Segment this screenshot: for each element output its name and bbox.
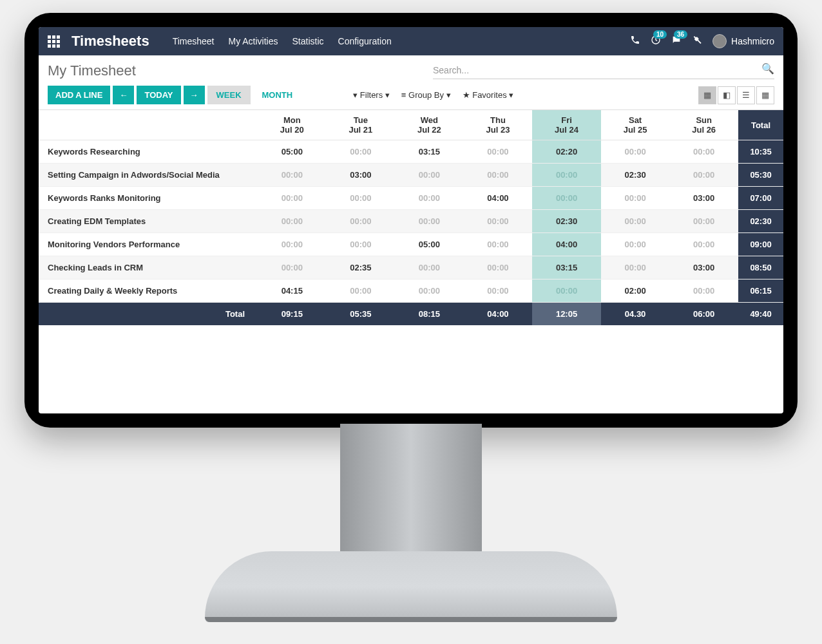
time-cell[interactable]: 00:00	[601, 210, 670, 233]
time-cell[interactable]: 04:00	[532, 233, 601, 256]
time-cell[interactable]: 00:00	[669, 140, 738, 164]
time-cell[interactable]: 00:00	[669, 279, 738, 303]
nav-configuration[interactable]: Configuration	[338, 36, 392, 46]
time-cell[interactable]: 00:00	[258, 210, 327, 233]
view-kanban-icon[interactable]: ◧	[718, 86, 736, 104]
time-cell[interactable]: 05:00	[258, 140, 327, 164]
period-month[interactable]: MONTH	[253, 86, 302, 104]
time-cell[interactable]: 00:00	[532, 164, 601, 187]
favorites-dropdown[interactable]: ★ Favorites ▾	[463, 90, 514, 100]
time-cell[interactable]: 02:35	[327, 256, 396, 279]
user-name: Hashmicro	[731, 36, 774, 46]
time-cell[interactable]: 00:00	[395, 210, 464, 233]
nav-statistic[interactable]: Statistic	[292, 36, 324, 46]
row-total: 06:15	[738, 279, 783, 303]
time-cell[interactable]: 00:00	[327, 279, 396, 303]
view-calendar-icon[interactable]: ▦	[756, 86, 774, 104]
time-cell[interactable]: 02:20	[532, 140, 601, 164]
tools-icon[interactable]	[692, 35, 702, 48]
time-cell[interactable]: 04:00	[464, 187, 533, 210]
time-cell[interactable]: 00:00	[327, 187, 396, 210]
footer-total: 08:15	[395, 303, 464, 326]
search-icon[interactable]: 🔍	[761, 62, 774, 75]
time-cell[interactable]: 02:30	[601, 164, 670, 187]
table-row[interactable]: Setting Campaign in Adwords/Social Media…	[39, 164, 783, 187]
task-name: Creating EDM Templates	[39, 210, 258, 233]
today-button[interactable]: TODAY	[137, 86, 180, 104]
time-cell[interactable]: 03:15	[395, 140, 464, 164]
add-line-button[interactable]: ADD A LINE	[48, 86, 110, 104]
time-cell[interactable]: 02:30	[532, 210, 601, 233]
time-cell[interactable]: 00:00	[258, 164, 327, 187]
time-cell[interactable]: 00:00	[464, 164, 533, 187]
top-navbar: Timesheets Timesheet My Activities Stati…	[39, 27, 783, 55]
groupby-dropdown[interactable]: ≡ Group By ▾	[401, 90, 451, 100]
time-cell[interactable]: 00:00	[464, 140, 533, 164]
table-row[interactable]: Creating Daily & Weekly Reports04:1500:0…	[39, 279, 783, 303]
next-button[interactable]: →	[184, 86, 205, 104]
view-grid-icon[interactable]: ▦	[698, 86, 716, 104]
control-bar: My Timesheet 🔍 ADD A LINE ← TODAY → WEEK…	[39, 55, 783, 110]
time-cell[interactable]: 00:00	[395, 256, 464, 279]
time-cell[interactable]: 00:00	[327, 140, 396, 164]
page-title: My Timesheet	[48, 62, 136, 79]
task-name: Creating Daily & Weekly Reports	[39, 279, 258, 303]
table-row[interactable]: Keywords Ranks Monitoring00:0000:0000:00…	[39, 187, 783, 210]
clock-icon[interactable]: 10	[651, 35, 661, 48]
time-cell[interactable]: 00:00	[464, 279, 533, 303]
time-cell[interactable]: 03:00	[669, 256, 738, 279]
user-menu[interactable]: Hashmicro	[712, 34, 774, 48]
table-row[interactable]: Creating EDM Templates00:0000:0000:0000:…	[39, 210, 783, 233]
time-cell[interactable]: 00:00	[258, 256, 327, 279]
time-cell[interactable]: 03:00	[669, 187, 738, 210]
grand-total: 49:40	[738, 303, 783, 326]
time-cell[interactable]: 00:00	[464, 256, 533, 279]
view-list-icon[interactable]: ☰	[737, 86, 755, 104]
nav-timesheet[interactable]: Timesheet	[173, 36, 215, 46]
footer-total: 04.30	[601, 303, 670, 326]
time-cell[interactable]: 00:00	[601, 256, 670, 279]
search-input[interactable]	[433, 62, 774, 79]
time-cell[interactable]: 00:00	[532, 279, 601, 303]
time-cell[interactable]: 00:00	[258, 187, 327, 210]
phone-icon[interactable]	[630, 35, 640, 48]
time-cell[interactable]: 00:00	[601, 140, 670, 164]
prev-button[interactable]: ←	[113, 86, 134, 104]
time-cell[interactable]: 03:00	[327, 164, 396, 187]
task-name: Monitoring Vendors Performance	[39, 233, 258, 256]
time-cell[interactable]: 00:00	[669, 164, 738, 187]
time-cell[interactable]: 00:00	[669, 210, 738, 233]
row-total: 08:50	[738, 256, 783, 279]
time-cell[interactable]: 02:00	[601, 279, 670, 303]
time-cell[interactable]: 00:00	[395, 187, 464, 210]
time-cell[interactable]: 05:00	[395, 233, 464, 256]
table-row[interactable]: Checking Leads in CRM00:0002:3500:0000:0…	[39, 256, 783, 279]
time-cell[interactable]: 00:00	[601, 233, 670, 256]
time-cell[interactable]: 00:00	[532, 187, 601, 210]
col-day: FriJul 24	[532, 110, 601, 140]
time-cell[interactable]: 00:00	[327, 233, 396, 256]
time-cell[interactable]: 00:00	[395, 164, 464, 187]
table-row[interactable]: Keywords Researching05:0000:0003:1500:00…	[39, 140, 783, 164]
time-cell[interactable]: 03:15	[532, 256, 601, 279]
col-day: ThuJul 23	[464, 110, 533, 140]
time-cell[interactable]: 00:00	[601, 187, 670, 210]
time-cell[interactable]: 00:00	[395, 279, 464, 303]
chat-badge: 36	[674, 30, 687, 39]
time-cell[interactable]: 00:00	[258, 233, 327, 256]
footer-total: 05:35	[327, 303, 396, 326]
col-day: SatJul 25	[601, 110, 670, 140]
col-total: Total	[738, 110, 783, 140]
col-day: TueJul 21	[327, 110, 396, 140]
apps-icon[interactable]	[48, 35, 60, 48]
time-cell[interactable]: 00:00	[464, 233, 533, 256]
period-week[interactable]: WEEK	[207, 86, 251, 104]
time-cell[interactable]: 00:00	[327, 210, 396, 233]
time-cell[interactable]: 04:15	[258, 279, 327, 303]
nav-my-activities[interactable]: My Activities	[229, 36, 278, 46]
chat-icon[interactable]: 36	[671, 35, 682, 48]
time-cell[interactable]: 00:00	[669, 233, 738, 256]
time-cell[interactable]: 00:00	[464, 210, 533, 233]
table-row[interactable]: Monitoring Vendors Performance00:0000:00…	[39, 233, 783, 256]
filters-dropdown[interactable]: ▾ Filters ▾	[353, 90, 390, 100]
